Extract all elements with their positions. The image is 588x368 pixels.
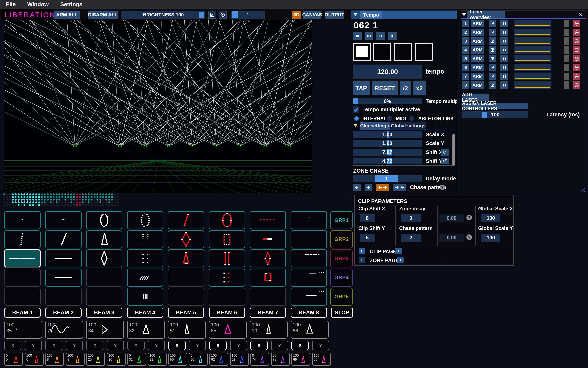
zone-delay-field[interactable]: 0 (401, 214, 421, 222)
radio-ableton-link[interactable] (409, 116, 414, 121)
laser-1-arm-button[interactable]: ARM (471, 20, 484, 27)
axis-x-button-3[interactable]: X (86, 340, 103, 350)
brightness-slider[interactable]: BRIGHTNESS 100 (121, 11, 205, 19)
color-clip-13[interactable]: 074 (250, 353, 269, 366)
menu-file[interactable]: File (6, 1, 16, 8)
clip-cell[interactable] (4, 249, 41, 267)
laser-1-status-swatch[interactable] (564, 20, 569, 27)
clip-cell[interactable] (250, 288, 286, 306)
laser-1-pause-icon[interactable] (500, 20, 508, 27)
color-clip-7[interactable]: 032 (127, 353, 146, 366)
color-clip-12[interactable]: 10062 (230, 353, 249, 366)
clip-cell[interactable] (127, 288, 163, 306)
double-tempo-button[interactable]: x2 (413, 81, 426, 95)
axis-x-button-1[interactable]: X (4, 340, 21, 350)
chase-inward-button[interactable] (393, 184, 406, 191)
rewind-button[interactable] (376, 32, 385, 40)
axis-x-button-7[interactable]: X (250, 340, 268, 350)
axis-x-button-8[interactable]: X (291, 340, 309, 350)
menu-window[interactable]: Window (27, 1, 49, 8)
clip-cell[interactable] (250, 211, 286, 229)
clip-cell[interactable] (127, 211, 163, 229)
tempo-multiplier-slider[interactable]: 0% (353, 98, 422, 104)
chase-right-button[interactable] (353, 184, 361, 191)
arm-all-button[interactable]: ARM ALL (54, 11, 80, 19)
beam-4-preview[interactable]: 10032 (127, 321, 165, 339)
clip-cell[interactable] (209, 269, 245, 287)
axis-y-button-4[interactable]: Y (148, 340, 165, 350)
laser-6-arm-button[interactable]: ARM (471, 64, 484, 71)
stop-button[interactable] (353, 32, 362, 40)
group-button-grp4[interactable]: GRP4 (331, 269, 353, 287)
color-clip-10[interactable]: 050 (189, 353, 208, 366)
group-button-grp5[interactable]: GRP5 (331, 288, 353, 306)
clip-cell[interactable] (127, 269, 163, 287)
laser-3-status-swatch[interactable] (564, 37, 569, 45)
beam-5-button[interactable]: BEAM 5 (168, 308, 204, 318)
clip-cell[interactable] (168, 230, 204, 248)
laser-2-edit-icon[interactable] (489, 29, 496, 36)
axis-x-button-6[interactable]: X (209, 340, 227, 350)
clip-cell[interactable] (168, 211, 204, 229)
clip-cell[interactable] (4, 211, 41, 229)
latency-slider[interactable]: 100 (462, 111, 528, 118)
panel-menu-icon[interactable] (461, 11, 467, 18)
color-clip-6[interactable]: 10020 (107, 353, 126, 366)
laser-5-intensity-fader[interactable] (514, 55, 551, 62)
beam-3-button[interactable]: BEAM 3 (86, 308, 122, 318)
panel-menu-icon[interactable] (351, 11, 360, 19)
tempo-multiplier-active-checkbox[interactable] (353, 106, 359, 113)
clip-cell[interactable] (291, 249, 327, 267)
close-icon[interactable]: × (577, 11, 584, 18)
laser-8-intensity-fader[interactable] (514, 81, 551, 89)
axis-y-button-2[interactable]: Y (66, 340, 83, 350)
tab-laser-overview[interactable]: Laser overview (467, 11, 505, 18)
laser-2-remove-button[interactable] (573, 29, 580, 36)
clip-page-prev-button[interactable] (358, 248, 365, 254)
delay-mode-handle[interactable]: 1 (375, 175, 398, 182)
beam-8-preview[interactable]: 10066 (291, 321, 329, 339)
laser-8-status-swatch[interactable] (564, 81, 569, 89)
beam-6-button[interactable]: BEAM 6 (209, 308, 245, 318)
panel-menu-icon[interactable] (351, 122, 360, 129)
clip-shift-y-field[interactable]: 5 (360, 234, 375, 242)
chase-left-button[interactable] (365, 184, 372, 191)
laser-2-intensity-fader[interactable] (514, 29, 551, 36)
laser-5-edit-icon[interactable] (489, 55, 496, 62)
group-button-grp2[interactable]: GRP2 (331, 230, 353, 248)
laser-2-status-swatch[interactable] (564, 29, 569, 36)
laser-8-pause-icon[interactable] (500, 81, 508, 89)
zone-page-prev-button[interactable] (358, 257, 365, 263)
laser-5-status-swatch[interactable] (564, 55, 569, 62)
clip-settings-scrollbar[interactable] (452, 134, 455, 166)
color-clip-1[interactable]: 00 (4, 353, 23, 366)
tempo-value-field[interactable]: 120.00 (353, 64, 422, 79)
reset-shift-y-button[interactable]: ↺ (441, 158, 449, 164)
laser-6-pause-icon[interactable] (500, 64, 508, 71)
laser-3-number[interactable]: 3 (462, 37, 469, 45)
laser-8-edit-icon[interactable] (489, 81, 496, 89)
laser-4-arm-button[interactable]: ARM (471, 46, 484, 54)
laser-6-edit-icon[interactable] (489, 64, 496, 71)
radio-internal[interactable] (354, 116, 359, 121)
tab-clip-settings[interactable]: Clip settings (360, 122, 390, 129)
laser-5-remove-button[interactable] (573, 55, 580, 62)
beam-1-button[interactable]: BEAM 1 (4, 308, 41, 318)
laser-8-remove-button[interactable] (573, 81, 580, 89)
clip-cell[interactable] (127, 230, 163, 248)
tap-button[interactable]: TAP (353, 81, 370, 95)
clip-cell[interactable] (127, 249, 163, 267)
laser-3-edit-icon[interactable] (489, 37, 496, 45)
delay-mode-slider[interactable]: 1 (353, 175, 422, 182)
aux-field-1[interactable]: 0.00 (439, 214, 464, 222)
beam-8-button[interactable]: BEAM 8 (291, 308, 327, 318)
chase-pattern-field[interactable]: 2 (401, 234, 421, 242)
laser-2-arm-button[interactable]: ARM (471, 29, 484, 36)
laser-4-remove-button[interactable] (573, 46, 580, 54)
reset-button[interactable]: RESET (372, 81, 398, 95)
clip-cell[interactable] (86, 269, 122, 287)
global-scale-x-field[interactable]: 100 (481, 214, 500, 222)
shift-y-field[interactable]: 4.72 (353, 158, 422, 164)
laser-3-remove-button[interactable] (573, 37, 580, 45)
axis-y-button-1[interactable]: Y (25, 340, 42, 350)
